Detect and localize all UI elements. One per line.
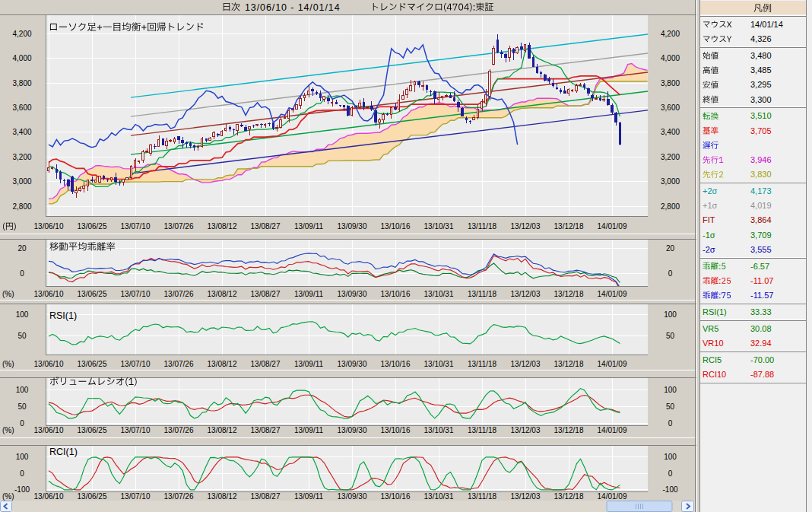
- svg-text:13/07/10: 13/07/10: [121, 426, 151, 434]
- svg-text:13/08/27: 13/08/27: [251, 426, 281, 434]
- svg-text:VR5: VR5: [703, 324, 718, 333]
- svg-text:13/12/18: 13/12/18: [554, 360, 584, 368]
- svg-text:RCI5: RCI5: [703, 355, 722, 364]
- svg-text:RSI(1): RSI(1): [49, 310, 77, 321]
- svg-text:-87.88: -87.88: [750, 370, 774, 379]
- svg-text:13/06/10 - 14/01/14: 13/06/10 - 14/01/14: [245, 2, 341, 13]
- svg-text:13/08/27: 13/08/27: [251, 290, 281, 298]
- svg-text:100: 100: [16, 386, 29, 394]
- svg-text:(%): (%): [2, 492, 14, 501]
- svg-text:2,800: 2,800: [12, 202, 31, 211]
- svg-text:50: 50: [17, 402, 27, 411]
- svg-text:13/06/25: 13/06/25: [78, 222, 107, 231]
- svg-text:13/06/25: 13/06/25: [78, 360, 107, 368]
- svg-text:13/09/11: 13/09/11: [294, 492, 324, 501]
- svg-text:4,173: 4,173: [750, 186, 772, 196]
- svg-text:100: 100: [664, 386, 677, 394]
- svg-text:100: 100: [664, 310, 677, 319]
- svg-text:14/01/09: 14/01/09: [598, 290, 627, 298]
- svg-text:14/01/14: 14/01/14: [750, 20, 783, 29]
- svg-text:13/12/03: 13/12/03: [511, 222, 541, 231]
- svg-text:RCI10: RCI10: [703, 370, 726, 379]
- svg-text:3,555: 3,555: [750, 245, 772, 254]
- svg-text:30.08: 30.08: [750, 324, 772, 333]
- svg-text:0: 0: [668, 419, 673, 428]
- svg-text:0: 0: [668, 469, 673, 478]
- svg-text:13/07/26: 13/07/26: [164, 290, 194, 298]
- svg-text:2,800: 2,800: [661, 202, 680, 211]
- svg-text:13/09/30: 13/09/30: [338, 360, 367, 368]
- svg-text:13/07/10: 13/07/10: [121, 360, 151, 368]
- svg-text:13/07/10: 13/07/10: [121, 222, 151, 231]
- svg-text:13/06/10: 13/06/10: [34, 222, 64, 231]
- svg-text:13/12/18: 13/12/18: [554, 290, 584, 298]
- svg-text:13/08/12: 13/08/12: [208, 426, 237, 434]
- svg-text:13/09/11: 13/09/11: [294, 290, 324, 298]
- svg-text:-100: -100: [662, 485, 677, 494]
- svg-text:3,510: 3,510: [750, 111, 772, 120]
- svg-text:3,800: 3,800: [661, 79, 680, 87]
- svg-text:13/11/18: 13/11/18: [468, 290, 497, 298]
- svg-text:13/07/26: 13/07/26: [164, 360, 194, 368]
- svg-text:3,600: 3,600: [12, 103, 31, 112]
- svg-text:3,400: 3,400: [12, 128, 31, 136]
- svg-text:FIT: FIT: [703, 215, 715, 224]
- svg-text:13/08/27: 13/08/27: [251, 222, 281, 231]
- svg-text:13/10/31: 13/10/31: [424, 290, 454, 298]
- svg-text:13/12/03: 13/12/03: [511, 290, 541, 298]
- svg-text:13/10/16: 13/10/16: [381, 290, 411, 298]
- svg-text:13/08/12: 13/08/12: [208, 222, 237, 231]
- svg-text:0: 0: [20, 269, 24, 278]
- svg-text:-11.57: -11.57: [750, 291, 773, 300]
- svg-text:3,864: 3,864: [750, 215, 772, 224]
- svg-text:13/10/31: 13/10/31: [424, 360, 454, 368]
- svg-text:13/12/03: 13/12/03: [511, 426, 541, 434]
- svg-text:13/10/31: 13/10/31: [424, 492, 454, 501]
- svg-text:3,000: 3,000: [661, 177, 680, 186]
- svg-text:13/12/18: 13/12/18: [554, 222, 584, 231]
- svg-text:13/11/18: 13/11/18: [468, 426, 497, 434]
- svg-text:-11.07: -11.07: [750, 276, 773, 285]
- svg-text:3,300: 3,300: [750, 95, 772, 104]
- svg-text:VR10: VR10: [703, 339, 724, 348]
- svg-text:3,200: 3,200: [661, 153, 680, 161]
- svg-text:0: 0: [20, 469, 24, 478]
- svg-text:50: 50: [17, 332, 27, 340]
- svg-text:0: 0: [668, 269, 673, 278]
- svg-text:13/09/30: 13/09/30: [338, 426, 367, 434]
- svg-text:3,295: 3,295: [750, 80, 772, 89]
- svg-text:4,326: 4,326: [750, 34, 772, 43]
- svg-text:+1σ: +1σ: [703, 201, 718, 210]
- svg-text:13/07/26: 13/07/26: [164, 222, 194, 231]
- svg-text:3,000: 3,000: [12, 177, 31, 186]
- svg-text:13/09/11: 13/09/11: [294, 360, 324, 368]
- svg-text:13/11/18: 13/11/18: [468, 222, 497, 231]
- svg-text:4,019: 4,019: [750, 201, 772, 210]
- svg-text:13/12/03: 13/12/03: [511, 360, 541, 368]
- svg-text:RCI(1): RCI(1): [49, 447, 78, 457]
- svg-text:14/01/09: 14/01/09: [598, 222, 627, 231]
- svg-text:4,000: 4,000: [661, 54, 680, 62]
- svg-text:13/07/26: 13/07/26: [164, 426, 194, 434]
- svg-text:33.33: 33.33: [750, 307, 772, 316]
- svg-text:13/12/18: 13/12/18: [554, 492, 584, 501]
- svg-text:-2σ: -2σ: [703, 245, 715, 254]
- svg-text:13/08/12: 13/08/12: [208, 360, 237, 368]
- svg-text:13/09/30: 13/09/30: [338, 492, 367, 501]
- svg-text:3,485: 3,485: [750, 65, 772, 75]
- svg-text:13/10/31: 13/10/31: [424, 222, 454, 231]
- svg-text:100: 100: [16, 310, 29, 319]
- svg-text:13/10/16: 13/10/16: [381, 222, 411, 231]
- svg-text:13/12/18: 13/12/18: [554, 426, 584, 434]
- svg-text:13/07/10: 13/07/10: [121, 492, 151, 501]
- svg-text:50: 50: [666, 402, 675, 411]
- svg-text:13/06/25: 13/06/25: [78, 290, 107, 298]
- svg-text:3,800: 3,800: [12, 79, 31, 87]
- svg-text:(%): (%): [2, 360, 14, 368]
- svg-text:14/01/09: 14/01/09: [598, 492, 627, 501]
- svg-text:13/07/10: 13/07/10: [121, 290, 151, 298]
- svg-text:-70.00: -70.00: [750, 355, 774, 364]
- svg-text:50: 50: [666, 332, 675, 340]
- svg-text:13/06/25: 13/06/25: [78, 492, 107, 501]
- svg-text:13/09/30: 13/09/30: [338, 222, 367, 231]
